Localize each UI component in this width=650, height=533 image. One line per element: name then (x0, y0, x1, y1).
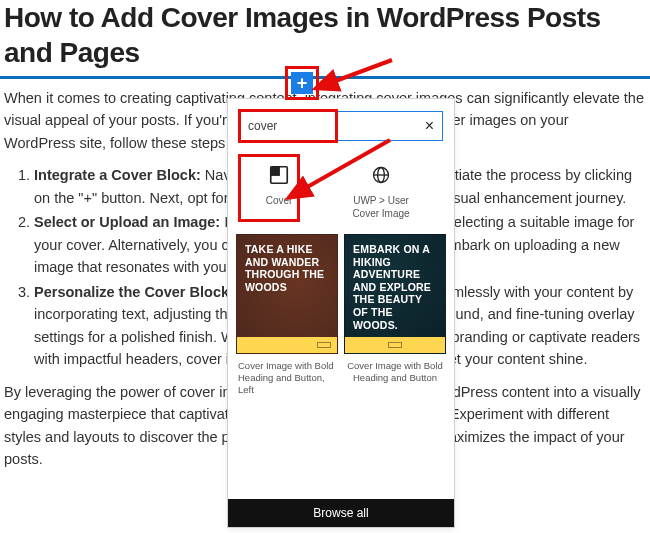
cover-icon (265, 161, 293, 189)
add-block-annotation: + (285, 66, 319, 100)
plus-icon: + (297, 74, 308, 92)
pattern-preview-text: TAKE A HIKE AND WANDER THROUGH THE WOODS (237, 235, 337, 301)
pattern-preview: TAKE A HIKE AND WANDER THROUGH THE WOODS (236, 234, 338, 354)
browse-all-button[interactable]: Browse all (228, 499, 454, 527)
pattern-card-left[interactable]: TAKE A HIKE AND WANDER THROUGH THE WOODS… (236, 234, 338, 396)
pattern-chip-icon (388, 342, 402, 348)
block-option-label: UWP > User Cover Image (341, 195, 421, 220)
pattern-preview-bar (345, 337, 445, 353)
block-option-label: Cover (239, 195, 319, 208)
add-block-button[interactable]: + (291, 72, 313, 94)
pattern-caption: Cover Image with Bold Heading and Button (344, 354, 446, 384)
svg-rect-2 (271, 167, 280, 176)
globe-icon (367, 161, 395, 189)
block-results-grid: Cover UWP > User Cover Image (228, 151, 454, 228)
pattern-results: TAKE A HIKE AND WANDER THROUGH THE WOODS… (228, 228, 454, 396)
block-search-row: × (239, 111, 443, 141)
block-option-uwp-cover[interactable]: UWP > User Cover Image (341, 155, 421, 220)
pattern-preview-bar (237, 337, 337, 353)
clear-search-button[interactable]: × (425, 117, 434, 135)
block-inserter-popup: × Cover UWP > User Cover Image (227, 98, 455, 528)
block-search-input[interactable] (248, 119, 425, 133)
title-divider (0, 76, 650, 79)
step-label: Personalize the Cover Block: (34, 284, 234, 300)
pattern-preview-text: EMBARK ON A HIKING ADVENTURE AND EXPLORE… (345, 235, 445, 339)
step-label: Select or Upload an Image: (34, 214, 220, 230)
pattern-chip-icon (317, 342, 331, 348)
block-option-cover[interactable]: Cover (239, 155, 319, 220)
pattern-caption: Cover Image with Bold Heading and Button… (236, 354, 338, 396)
pattern-preview: EMBARK ON A HIKING ADVENTURE AND EXPLORE… (344, 234, 446, 354)
page-title: How to Add Cover Images in WordPress Pos… (0, 0, 650, 70)
step-label: Integrate a Cover Block: (34, 167, 201, 183)
pattern-card-right[interactable]: EMBARK ON A HIKING ADVENTURE AND EXPLORE… (344, 234, 446, 396)
